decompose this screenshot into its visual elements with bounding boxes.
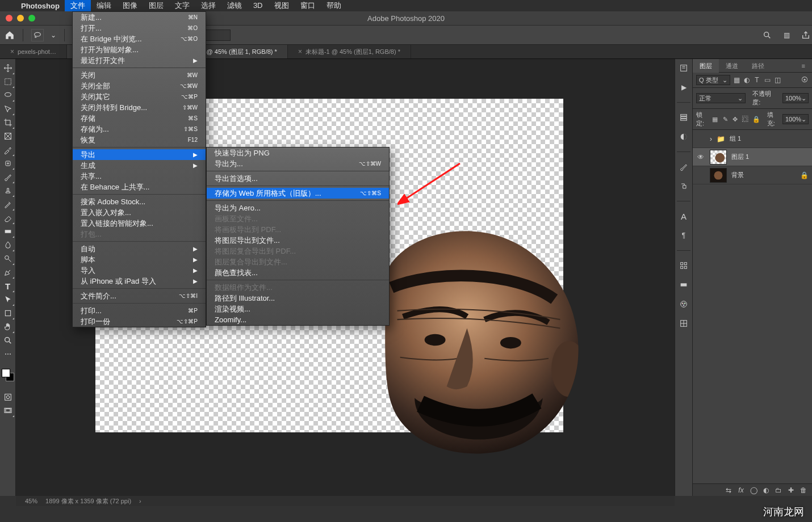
window-close[interactable] [6,15,12,22]
gradient-tool-icon[interactable] [1,225,15,238]
opacity-input[interactable]: 100%⌄ [782,93,809,103]
menu-item[interactable]: 存储为 Web 所用格式（旧版）...⌥⇧⌘S [207,188,389,199]
layer-thumbnail[interactable] [710,168,727,183]
paths-tab[interactable]: 路径 [745,59,771,73]
menu-item[interactable]: 在 Behance 上共享... [73,182,206,192]
crop-tool-icon[interactable] [1,116,15,129]
menubar-item[interactable]: 窗口 [295,0,321,11]
dodge-tool-icon[interactable] [1,252,15,266]
blur-tool-icon[interactable] [1,238,15,252]
layer-mask-icon[interactable]: ◯ [750,486,757,494]
fill-input[interactable]: 100%⌄ [782,114,809,124]
menu-item[interactable]: 自动▶ [73,243,206,254]
menu-item[interactable]: 置入链接的智能对象... [73,218,206,229]
tab-close-icon[interactable]: × [298,48,302,56]
menu-item[interactable]: 将图层导出到文件... [207,235,389,246]
clone-source-panel-icon[interactable] [678,180,689,192]
actions-panel-icon[interactable]: ▶ [678,82,689,93]
healing-brush-tool-icon[interactable] [1,157,15,170]
layer-row-selected[interactable]: 👁 图层 1 [693,148,812,166]
menu-item[interactable]: 打印一份⌥⇧⌘P [73,316,206,327]
layer-thumbnail[interactable] [710,150,727,165]
quick-select-tool-icon[interactable] [1,102,15,116]
pen-tool-icon[interactable] [1,266,15,279]
menu-item[interactable]: 生成▶ [73,160,206,171]
zoom-tool-icon[interactable] [1,334,15,347]
menubar-item[interactable]: 3D [248,0,269,11]
layers-tab[interactable]: 图层 [693,59,719,73]
move-tool-icon[interactable] [1,61,15,75]
share-icon[interactable] [800,29,812,41]
menu-item[interactable]: 关闭全部⌥⌘W [73,81,206,91]
menu-item[interactable]: 最近打开文件▶ [73,55,206,66]
menu-item[interactable]: 共享... [73,171,206,182]
menu-item[interactable]: 导出▶ [73,149,206,160]
adjustments-panel-icon[interactable] [678,131,689,142]
quickmask-icon[interactable] [1,390,15,404]
menu-item[interactable]: 打开为智能对象... [73,44,206,55]
layer-fx-icon[interactable]: fx [737,486,745,494]
menu-item[interactable]: 导出为 Aero... [207,203,389,213]
lock-position-icon[interactable]: ✥ [732,116,739,123]
menu-item[interactable]: 文件简介...⌥⇧⌘I [73,291,206,301]
export-submenu[interactable]: 快速导出为 PNG导出为...⌥⇧⌘W导出首选项...存储为 Web 所用格式（… [206,147,390,326]
layer-name[interactable]: 图层 1 [731,153,809,161]
menubar-item[interactable]: 滤镜 [221,0,248,11]
marquee-tool-icon[interactable] [1,75,15,89]
menu-item[interactable]: 在 Bridge 中浏览...⌥⌘O [73,33,206,44]
workspace-icon[interactable]: ▥ [780,29,793,41]
menu-item[interactable]: 关闭并转到 Bridge...⇧⌘W [73,102,206,113]
active-tool-icon[interactable] [31,29,44,41]
search-icon[interactable] [761,29,773,41]
path-select-tool-icon[interactable] [1,293,15,306]
group-chevron-icon[interactable]: › [710,135,712,143]
type-tool-icon[interactable]: T [1,279,15,293]
menu-item[interactable]: 快速导出为 PNG [207,148,389,158]
menubar-item[interactable]: 图层 [143,0,169,11]
zoom-readout[interactable]: 45% [25,498,37,504]
menu-item[interactable]: 路径到 Illustrator... [207,293,389,304]
frame-tool-icon[interactable] [1,129,15,143]
menu-item[interactable]: 渲染视频... [207,304,389,314]
status-chevron-icon[interactable]: › [139,498,141,504]
layer-name[interactable]: 组 1 [730,134,809,143]
menu-item[interactable]: 打开...⌘O [73,23,206,33]
menubar-item[interactable]: 帮助 [321,0,347,11]
window-minimize[interactable] [17,15,24,22]
filter-adjust-icon[interactable]: ◐ [743,76,751,84]
filter-toggle-icon[interactable]: ⦿ [801,76,809,84]
menu-item[interactable]: 搜索 Adobe Stock... [73,196,206,207]
eraser-tool-icon[interactable] [1,211,15,225]
paragraph-panel-icon[interactable]: ¶ [678,230,689,241]
blend-mode-select[interactable]: 正常⌄ [696,93,746,103]
brushes-panel-icon[interactable] [678,161,689,172]
menu-item[interactable]: 颜色查找表... [207,267,389,278]
menu-item[interactable]: 新建...⌘N [73,12,206,23]
swatches-panel-icon[interactable] [678,260,689,271]
filter-type-icon[interactable]: T [753,76,761,84]
layer-row-background[interactable]: 背景 🔒 [693,166,812,184]
menu-item[interactable]: 存储为...⇧⌘S [73,124,206,134]
menubar-item[interactable]: 视图 [269,0,295,11]
menu-item[interactable]: 置入嵌入对象... [73,207,206,218]
shape-tool-icon[interactable] [1,306,15,320]
lock-icon[interactable]: 🔒 [800,171,809,179]
gradients-panel-icon[interactable] [678,279,689,291]
menu-item[interactable]: 导出为...⌥⇧⌘W [207,158,389,169]
menubar-item[interactable]: 文字 [169,0,195,11]
history-panel-icon[interactable] [678,112,689,123]
filter-smart-icon[interactable]: ◫ [773,76,781,84]
character-panel-icon[interactable]: A [678,211,689,222]
menu-item[interactable]: 脚本▶ [73,254,206,265]
window-zoom[interactable] [28,15,35,22]
menu-item[interactable]: Zoomify... [207,314,389,325]
lock-all-icon[interactable]: 🔒 [752,116,760,123]
screenmode-icon[interactable] [1,404,15,418]
menubar-item[interactable]: 编辑 [91,0,117,11]
brush-tool-icon[interactable] [1,170,15,184]
adjustment-layer-icon[interactable]: ◐ [762,486,770,494]
visibility-toggle[interactable]: 👁 [696,153,705,161]
menu-item[interactable]: 关闭其它⌥⌘P [73,91,206,102]
properties-panel-icon[interactable] [678,62,689,74]
hand-tool-icon[interactable] [1,320,15,334]
